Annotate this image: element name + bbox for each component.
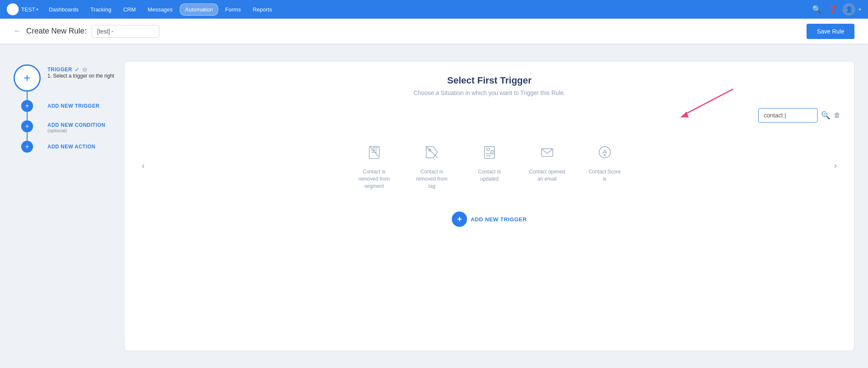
add-action-text: ADD NEW ACTION [41,141,95,150]
svg-line-8 [426,147,437,158]
avatar-chevron: ▾ [859,7,861,12]
add-trigger-section: + ADD NEW TRIGGER [138,212,840,227]
updated-icon [479,141,501,163]
trigger-connector-col: + [14,64,41,100]
left-sidebar: + TRIGGER ✓ ⊖ 1. Select a trigger on the… [14,61,114,351]
help-button[interactable]: ❓ [826,3,839,16]
add-new-trigger-label: ADD NEW TRIGGER [470,216,526,223]
removed-tag-icon [421,141,443,163]
svg-point-18 [604,154,605,156]
trigger-plus-icon: + [24,71,31,85]
svg-point-16 [599,147,610,158]
score-label: Contact Score is [586,168,623,183]
add-condition-row: + ADD NEW CONDITION (optional) [14,120,114,141]
clear-search-button[interactable]: 🗑 [834,112,840,119]
removed-segment-icon [363,141,385,163]
nav-forms[interactable]: Forms [220,4,246,15]
trigger-card-updated[interactable]: Contact is updated [464,133,515,198]
add-condition-connector-col: + [14,120,41,141]
add-condition-text: ADD NEW CONDITION (optional) [41,120,106,133]
main-content: + TRIGGER ✓ ⊖ 1. Select a trigger on the… [0,44,868,368]
page-title: Create New Rule: [26,27,86,36]
prev-triggers-button[interactable]: ‹ [138,157,148,174]
logo[interactable]: TEST ▾ [7,3,39,15]
trigger-add-button[interactable]: + [14,64,41,92]
brand-name: TEST [21,6,35,13]
connector-2 [27,112,28,120]
add-action-row: + ADD NEW ACTION [14,141,114,153]
nav-right-icons: 🔍 ❓ 👤 ▾ [810,3,861,16]
svg-line-14 [492,151,493,153]
trigger-card-removed-tag[interactable]: Contact is removed from tag [406,133,457,198]
opened-email-label: Contact opened an email [529,168,566,183]
trigger-check-icon: ✓ [75,66,80,73]
user-avatar[interactable]: 👤 [843,3,855,16]
trigger-minus-icon: ⊖ [82,66,87,73]
add-trigger-label: ADD NEW TRIGGER [47,103,100,109]
trigger-text: TRIGGER ✓ ⊖ 1. Select a trigger on the r… [41,64,114,79]
svg-point-10 [487,148,490,151]
trigger-card-removed-segment[interactable]: Contact is removed from segment [349,133,400,198]
opened-email-icon [536,141,558,163]
top-navigation: TEST ▾ Dashboards Tracking CRM Messages … [0,0,868,19]
global-search-button[interactable]: 🔍 [810,3,823,16]
nav-crm[interactable]: CRM [118,4,141,15]
search-button[interactable]: 🔍 [821,111,830,120]
add-trigger-small-button[interactable]: + [21,100,33,112]
nav-messages[interactable]: Messages [142,4,178,15]
trigger-cards-container: ‹ Contact is removed from segment [138,133,840,198]
add-new-trigger-button[interactable]: + ADD NEW TRIGGER [452,212,526,227]
header-bar: ← Create New Rule: Save Rule [0,19,868,44]
trigger-label: TRIGGER [47,67,72,72]
add-action-connector-col: + [14,141,41,153]
add-trigger-circle-icon: + [452,212,467,227]
trigger-card-opened-email[interactable]: Contact opened an email [522,133,573,198]
add-condition-small-button[interactable]: + [21,120,33,132]
pointer-arrow [668,87,735,123]
back-button[interactable]: ← [14,27,21,36]
add-condition-label: ADD NEW CONDITION [47,122,106,128]
add-action-small-button[interactable]: + [21,141,33,153]
nav-tracking[interactable]: Tracking [85,4,116,15]
panel-title: Select First Trigger [138,75,840,86]
nav-automation[interactable]: Automation [180,3,219,16]
removed-tag-label: Contact is removed from tag [413,168,451,190]
brand-chevron: ▾ [36,7,39,12]
trigger-search-input[interactable] [758,108,818,123]
updated-label: Contact is updated [471,168,508,183]
add-trigger-connector-col: + [14,100,41,120]
trigger-desc: 1. Select a trigger on the right [47,73,114,79]
trigger-card-score[interactable]: Contact Score is [579,133,630,198]
connector-3 [27,132,28,141]
add-action-label: ADD NEW ACTION [47,144,95,150]
trigger-panel: Select First Trigger Choose a Situation … [124,61,854,351]
add-condition-optional: (optional) [47,128,106,133]
nav-reports[interactable]: Reports [248,4,277,15]
nav-dashboards[interactable]: Dashboards [44,4,83,15]
add-trigger-row: + ADD NEW TRIGGER [14,100,114,120]
trigger-cards: Contact is removed from segment Contact … [148,133,831,198]
add-trigger-text: ADD NEW TRIGGER [41,100,100,109]
connector-1 [27,92,28,100]
trigger-row: + TRIGGER ✓ ⊖ 1. Select a trigger on the… [14,64,114,100]
next-triggers-button[interactable]: › [831,157,840,174]
save-rule-button-top[interactable]: Save Rule [807,24,854,39]
removed-segment-label: Contact is removed from segment [356,168,393,190]
score-icon [594,141,616,163]
logo-icon [7,3,19,15]
svg-line-0 [684,89,733,114]
rule-name-input[interactable] [92,25,159,38]
